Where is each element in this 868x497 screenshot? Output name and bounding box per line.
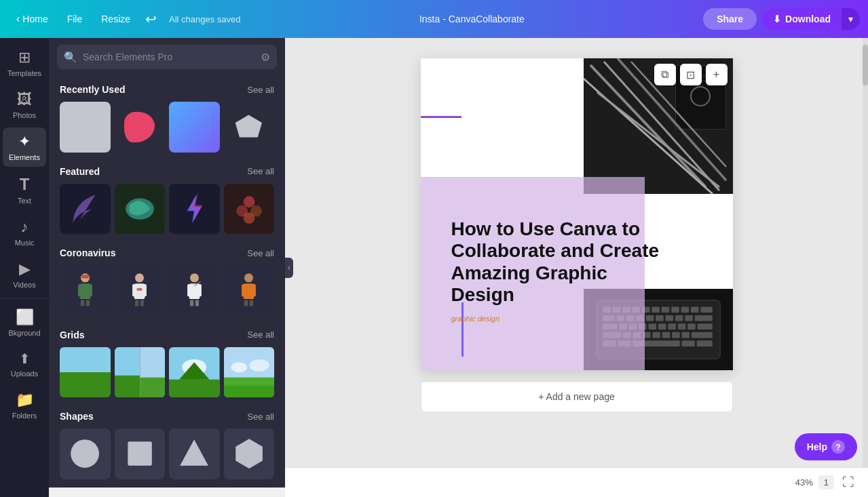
sidebar-item-videos[interactable]: ▶ Videos (3, 255, 46, 294)
page-indicator: 1 (818, 475, 834, 490)
bottom-bar: 43% 1 ⛶ (285, 467, 868, 497)
svg-rect-64 (652, 306, 660, 313)
sidebar-item-uploads[interactable]: ⬆ Uploads (3, 345, 46, 383)
sidebar-item-folders[interactable]: 📁 Folders (3, 386, 46, 425)
grids-grid (60, 347, 274, 398)
list-item[interactable] (60, 102, 111, 153)
svg-point-15 (135, 273, 144, 282)
download-button[interactable]: ⬇ Download (762, 8, 842, 30)
list-item[interactable] (115, 429, 166, 479)
feather-icon (67, 191, 102, 226)
hide-panel-button[interactable]: ‹ (285, 258, 293, 278)
list-item[interactable] (115, 102, 166, 153)
svg-rect-49 (128, 442, 151, 466)
svg-rect-98 (691, 332, 712, 338)
grid-landscape-3 (169, 347, 220, 398)
expand-button[interactable]: ⛶ (839, 474, 857, 491)
card-overlay-buttons: ⧉ ⊡ + (654, 64, 728, 85)
download-label: Download (785, 14, 831, 24)
grids-see-all[interactable]: See all (247, 330, 274, 340)
background-icon: ⬜ (16, 309, 34, 326)
featured-title: Featured (60, 166, 100, 177)
elements-panel: 🔍 ⚙ Recently Used See all (49, 38, 285, 488)
home-button[interactable]: ‹ Home (8, 9, 56, 29)
svg-rect-41 (169, 379, 220, 397)
sidebar-uploads-label: Uploads (11, 370, 38, 378)
recently-used-grid (60, 102, 274, 153)
shapes-see-all[interactable]: See all (247, 412, 274, 422)
file-button[interactable]: File (59, 9, 91, 28)
list-item[interactable] (169, 184, 220, 235)
card-duplicate-button[interactable]: ⧉ (654, 64, 676, 85)
recently-used-see-all[interactable]: See all (247, 85, 274, 95)
share-label: Share (717, 14, 743, 24)
list-item[interactable] (60, 265, 111, 316)
right-scrollbar[interactable] (863, 38, 868, 467)
list-item[interactable] (224, 184, 275, 235)
list-item[interactable] (60, 347, 111, 398)
coronavirus-see-all[interactable]: See all (247, 248, 274, 258)
canvas-scroll[interactable]: How to Use Canva to Collaborate and Crea… (285, 38, 868, 497)
svg-rect-25 (197, 284, 201, 296)
undo-button[interactable]: ↩ (141, 7, 161, 31)
resize-button[interactable]: Resize (93, 9, 138, 28)
sidebar-item-elements[interactable]: ✦ Elements (3, 127, 46, 167)
svg-point-22 (190, 273, 199, 282)
svg-rect-69 (700, 306, 712, 313)
svg-rect-45 (224, 385, 275, 397)
hexagon-shape (231, 436, 267, 471)
main-layout: ⊞ Templates 🖼 Photos ✦ Elements T Text ♪… (0, 38, 868, 497)
list-item[interactable] (169, 265, 220, 316)
list-item[interactable] (224, 265, 275, 316)
list-item[interactable] (169, 102, 220, 153)
list-item[interactable] (60, 429, 111, 479)
sidebar-item-music[interactable]: ♪ Music (3, 213, 46, 252)
help-button[interactable]: Help ? (795, 433, 857, 460)
shapes-grid (60, 429, 274, 479)
card-copy-button[interactable]: ⊡ (680, 64, 702, 85)
list-item[interactable] (115, 184, 166, 235)
sidebar-item-background[interactable]: ⬜ Bkground (3, 303, 46, 342)
sidebar-folders-label: Folders (12, 412, 37, 420)
list-item[interactable] (115, 265, 166, 316)
svg-rect-79 (694, 315, 712, 321)
download-chevron-button[interactable]: ▾ (842, 8, 860, 30)
design-card[interactable]: How to Use Canva to Collaborate and Crea… (421, 58, 733, 370)
lightning-icon (176, 191, 212, 226)
featured-see-all[interactable]: See all (247, 166, 274, 176)
list-item[interactable] (115, 347, 166, 398)
filter-icon[interactable]: ⚙ (261, 51, 270, 64)
coronavirus-header: Coronavirus See all (60, 247, 274, 258)
sidebar-templates-label: Templates (7, 69, 41, 77)
card-add-button[interactable]: + (706, 64, 728, 85)
svg-rect-67 (681, 306, 689, 313)
sidebar-item-templates[interactable]: ⊞ Templates (3, 43, 46, 83)
list-item[interactable] (224, 102, 275, 153)
svg-rect-85 (658, 323, 666, 330)
add-page-bar[interactable]: + Add a new page (421, 381, 733, 412)
list-item[interactable] (169, 429, 220, 479)
svg-marker-50 (180, 439, 208, 466)
saved-status: All changes saved (169, 14, 241, 24)
top-header: ‹ Home File Resize ↩ All changes saved I… (0, 0, 868, 38)
zoom-level: 43% (795, 477, 813, 488)
sidebar-item-text[interactable]: T Text (3, 170, 46, 210)
list-item[interactable] (169, 347, 220, 398)
coronavirus-section: Coronavirus See all (49, 239, 285, 321)
list-item[interactable] (224, 429, 275, 479)
grids-header: Grids See all (60, 330, 274, 340)
svg-rect-20 (140, 300, 144, 306)
sidebar-item-photos[interactable]: 🖼 Photos (3, 85, 46, 125)
list-item[interactable] (224, 347, 275, 398)
doctor-icon-4 (235, 273, 263, 308)
share-button[interactable]: Share (703, 8, 757, 30)
design-title: How to Use Canva to Collaborate and Crea… (451, 218, 662, 306)
svg-rect-34 (250, 300, 253, 306)
svg-rect-88 (687, 323, 696, 330)
search-input[interactable] (83, 45, 255, 69)
shapes-header: Shapes See all (60, 411, 274, 422)
list-item[interactable] (60, 184, 111, 235)
svg-marker-0 (235, 115, 262, 137)
svg-rect-36 (115, 375, 140, 397)
svg-rect-103 (696, 340, 712, 346)
